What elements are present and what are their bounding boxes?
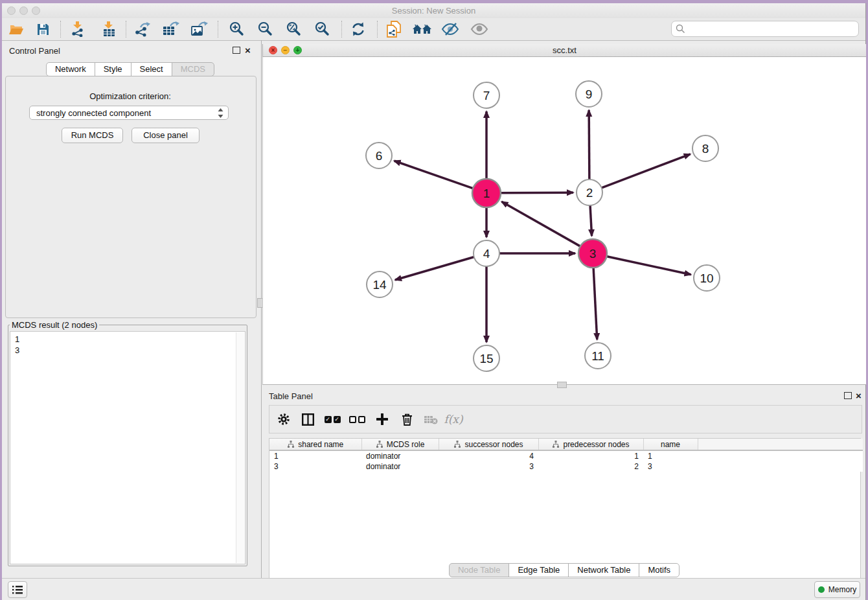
- graph-node-11[interactable]: [585, 343, 611, 369]
- tab-network-table[interactable]: Network Table: [568, 563, 639, 577]
- export-image-icon[interactable]: [188, 20, 211, 38]
- graph-edge-1-2[interactable]: [499, 192, 573, 193]
- close-panel-button[interactable]: Close panel: [131, 128, 200, 143]
- col-header-shared-name[interactable]: shared name: [269, 439, 361, 450]
- graph-node-1[interactable]: [472, 179, 501, 207]
- column-type-icon: [287, 441, 295, 448]
- scrollbar[interactable]: [236, 332, 244, 563]
- zoom-out-icon[interactable]: [254, 20, 276, 38]
- graph-edge-3-10[interactable]: [606, 256, 691, 275]
- tab-motifs[interactable]: Motifs: [639, 563, 680, 577]
- tab-edge-table[interactable]: Edge Table: [508, 563, 569, 577]
- table-settings-icon[interactable]: [273, 410, 294, 428]
- col-header-successor-nodes[interactable]: successor nodes: [439, 439, 538, 450]
- graph-edge-1-6[interactable]: [394, 161, 475, 189]
- graph-edge-2-3[interactable]: [590, 204, 592, 236]
- network-canvas[interactable]: 7968124314101511: [262, 57, 866, 384]
- optimization-value: strongly connected component: [36, 108, 151, 118]
- close-panel-icon[interactable]: ×: [856, 393, 862, 399]
- table-cell: 1: [269, 450, 361, 461]
- col-header-mcds-role[interactable]: MCDS role: [361, 439, 439, 450]
- show-columns-icon[interactable]: [297, 410, 318, 428]
- panel-divider[interactable]: [261, 40, 262, 579]
- zoom-fit-icon[interactable]: [282, 20, 304, 38]
- export-network-icon[interactable]: [131, 20, 154, 38]
- add-column-icon[interactable]: [372, 410, 393, 428]
- tab-network[interactable]: Network: [46, 62, 95, 76]
- zoom-selected-icon[interactable]: [311, 20, 333, 38]
- zoom-in-icon[interactable]: [225, 20, 247, 38]
- network-window: × − + scc.txt 7968124314101511: [262, 44, 866, 384]
- graph-edge-3-11[interactable]: [593, 266, 597, 340]
- table-cell: 1: [643, 450, 698, 461]
- graph-node-9[interactable]: [576, 81, 602, 107]
- table-cell: dominator: [361, 450, 439, 461]
- table-row[interactable]: 3dominator323: [269, 461, 863, 472]
- tab-select[interactable]: Select: [131, 62, 172, 76]
- network-minimize-icon[interactable]: −: [281, 46, 290, 54]
- mcds-result-box: MCDS result (2 nodes) 1 3: [8, 320, 247, 566]
- optimization-select[interactable]: strongly connected component: [29, 106, 229, 120]
- window-zoom-icon[interactable]: [32, 6, 40, 15]
- table-tabs: Node TableEdge TableNetwork TableMotifs: [262, 563, 866, 577]
- graph-node-14[interactable]: [367, 271, 393, 297]
- memory-button[interactable]: Memory: [814, 581, 860, 598]
- task-history-button[interactable]: [8, 581, 27, 598]
- node-table: shared name MCDS role successor nodes pr…: [269, 439, 863, 472]
- col-header-predecessor-nodes[interactable]: predecessor nodes: [538, 439, 643, 450]
- tab-mcds[interactable]: MCDS: [172, 62, 214, 76]
- table-cell-filler: [698, 450, 863, 461]
- show-all-icon[interactable]: [468, 20, 490, 38]
- search-input[interactable]: [671, 21, 859, 37]
- column-type-icon: [453, 441, 461, 448]
- table-cell: 4: [439, 450, 538, 461]
- save-session-icon[interactable]: [32, 20, 54, 38]
- graph-node-4[interactable]: [474, 240, 499, 266]
- duplicate-network-icon[interactable]: [383, 20, 405, 38]
- open-session-icon[interactable]: [5, 20, 27, 38]
- window-minimize-icon[interactable]: [19, 6, 28, 15]
- float-panel-icon[interactable]: [844, 392, 852, 399]
- graph-edge-2-9[interactable]: [589, 110, 589, 181]
- run-mcds-button[interactable]: Run MCDS: [62, 128, 123, 143]
- first-neighbors-icon[interactable]: [411, 20, 433, 38]
- graph-node-7[interactable]: [474, 82, 499, 108]
- table-row[interactable]: 1dominator411: [269, 450, 863, 461]
- graph-node-8[interactable]: [692, 135, 718, 161]
- graph-edge-2-8[interactable]: [600, 154, 691, 189]
- graph-node-15[interactable]: [474, 345, 499, 371]
- mcds-result-text: 1 3: [10, 332, 245, 356]
- close-panel-icon[interactable]: ×: [245, 47, 251, 54]
- delete-table-icon[interactable]: [420, 410, 441, 428]
- network-close-icon[interactable]: ×: [269, 46, 277, 54]
- col-header-name[interactable]: name: [643, 439, 698, 450]
- graph-edge-4-14[interactable]: [395, 257, 475, 280]
- network-graph: 7968124314101511: [263, 57, 866, 384]
- deselect-all-checkboxes-icon[interactable]: [347, 410, 367, 428]
- table-cell: 3: [269, 461, 361, 472]
- mcds-result-area[interactable]: 1 3: [10, 331, 246, 564]
- apply-function-icon[interactable]: f(x): [443, 410, 464, 428]
- graph-node-10[interactable]: [694, 265, 720, 291]
- control-panel: Control Panel × NetworkStyleSelectMCDS O…: [2, 40, 258, 579]
- refresh-icon[interactable]: [347, 20, 369, 38]
- table-header-row: shared name MCDS role successor nodes pr…: [269, 439, 863, 450]
- tab-node-table[interactable]: Node Table: [449, 563, 510, 577]
- import-table-icon[interactable]: [98, 20, 120, 38]
- hide-selected-icon[interactable]: [439, 20, 461, 38]
- graph-edge-3-1[interactable]: [501, 202, 581, 247]
- network-maximize-icon[interactable]: +: [293, 46, 302, 54]
- delete-column-icon[interactable]: [396, 410, 417, 428]
- select-all-checkboxes-icon[interactable]: ✓✓: [322, 410, 343, 428]
- float-panel-icon[interactable]: [233, 47, 240, 54]
- window-close-icon[interactable]: [7, 6, 16, 15]
- import-network-icon[interactable]: [67, 20, 89, 38]
- toolbar-separator: [377, 21, 378, 38]
- title-bar: Session: New Session: [2, 3, 865, 19]
- tab-style[interactable]: Style: [95, 62, 131, 76]
- list-icon: [12, 584, 23, 595]
- graph-node-2[interactable]: [577, 179, 602, 205]
- graph-node-3[interactable]: [578, 239, 607, 268]
- graph-node-6[interactable]: [366, 143, 392, 168]
- export-table-icon[interactable]: [160, 20, 182, 38]
